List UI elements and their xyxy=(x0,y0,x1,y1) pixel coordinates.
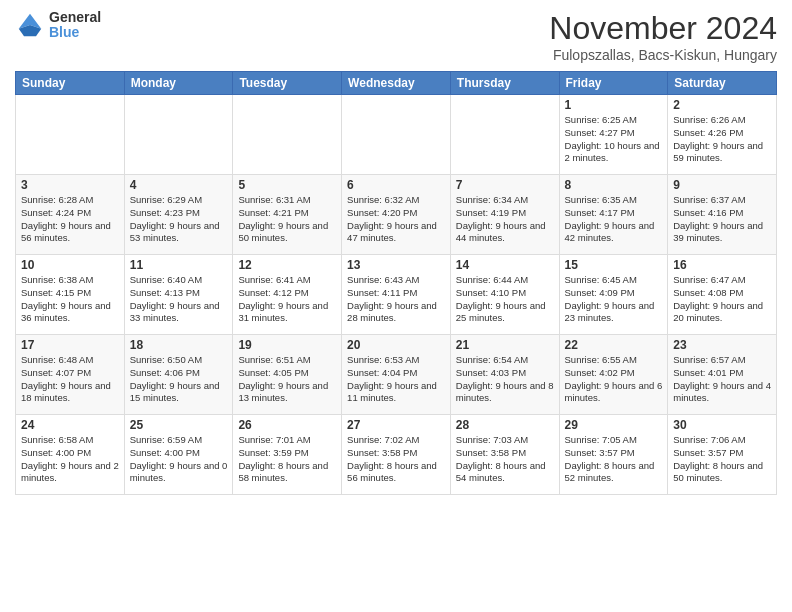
cell-4-3: 27Sunrise: 7:02 AM Sunset: 3:58 PM Dayli… xyxy=(342,415,451,495)
day-number-4-4: 28 xyxy=(456,418,554,432)
day-number-3-0: 17 xyxy=(21,338,119,352)
day-info-2-3: Sunrise: 6:43 AM Sunset: 4:11 PM Dayligh… xyxy=(347,274,445,325)
cell-2-0: 10Sunrise: 6:38 AM Sunset: 4:15 PM Dayli… xyxy=(16,255,125,335)
cell-3-6: 23Sunrise: 6:57 AM Sunset: 4:01 PM Dayli… xyxy=(668,335,777,415)
day-info-1-0: Sunrise: 6:28 AM Sunset: 4:24 PM Dayligh… xyxy=(21,194,119,245)
day-info-2-4: Sunrise: 6:44 AM Sunset: 4:10 PM Dayligh… xyxy=(456,274,554,325)
day-number-4-6: 30 xyxy=(673,418,771,432)
day-number-1-5: 8 xyxy=(565,178,663,192)
cell-1-4: 7Sunrise: 6:34 AM Sunset: 4:19 PM Daylig… xyxy=(450,175,559,255)
week-row-0: 1Sunrise: 6:25 AM Sunset: 4:27 PM Daylig… xyxy=(16,95,777,175)
day-number-2-5: 15 xyxy=(565,258,663,272)
day-info-3-1: Sunrise: 6:50 AM Sunset: 4:06 PM Dayligh… xyxy=(130,354,228,405)
day-info-2-5: Sunrise: 6:45 AM Sunset: 4:09 PM Dayligh… xyxy=(565,274,663,325)
week-row-2: 10Sunrise: 6:38 AM Sunset: 4:15 PM Dayli… xyxy=(16,255,777,335)
day-info-4-0: Sunrise: 6:58 AM Sunset: 4:00 PM Dayligh… xyxy=(21,434,119,485)
day-number-2-3: 13 xyxy=(347,258,445,272)
cell-0-4 xyxy=(450,95,559,175)
cell-4-2: 26Sunrise: 7:01 AM Sunset: 3:59 PM Dayli… xyxy=(233,415,342,495)
cell-1-2: 5Sunrise: 6:31 AM Sunset: 4:21 PM Daylig… xyxy=(233,175,342,255)
day-info-0-6: Sunrise: 6:26 AM Sunset: 4:26 PM Dayligh… xyxy=(673,114,771,165)
day-info-0-5: Sunrise: 6:25 AM Sunset: 4:27 PM Dayligh… xyxy=(565,114,663,165)
day-info-4-3: Sunrise: 7:02 AM Sunset: 3:58 PM Dayligh… xyxy=(347,434,445,485)
cell-4-5: 29Sunrise: 7:05 AM Sunset: 3:57 PM Dayli… xyxy=(559,415,668,495)
cell-1-3: 6Sunrise: 6:32 AM Sunset: 4:20 PM Daylig… xyxy=(342,175,451,255)
day-number-4-1: 25 xyxy=(130,418,228,432)
cell-1-1: 4Sunrise: 6:29 AM Sunset: 4:23 PM Daylig… xyxy=(124,175,233,255)
logo-text: General Blue xyxy=(49,10,101,41)
cell-3-2: 19Sunrise: 6:51 AM Sunset: 4:05 PM Dayli… xyxy=(233,335,342,415)
week-row-3: 17Sunrise: 6:48 AM Sunset: 4:07 PM Dayli… xyxy=(16,335,777,415)
cell-3-3: 20Sunrise: 6:53 AM Sunset: 4:04 PM Dayli… xyxy=(342,335,451,415)
day-number-2-2: 12 xyxy=(238,258,336,272)
day-number-4-5: 29 xyxy=(565,418,663,432)
cell-3-4: 21Sunrise: 6:54 AM Sunset: 4:03 PM Dayli… xyxy=(450,335,559,415)
day-info-4-6: Sunrise: 7:06 AM Sunset: 3:57 PM Dayligh… xyxy=(673,434,771,485)
day-number-3-6: 23 xyxy=(673,338,771,352)
day-number-0-5: 1 xyxy=(565,98,663,112)
day-number-3-2: 19 xyxy=(238,338,336,352)
cell-2-4: 14Sunrise: 6:44 AM Sunset: 4:10 PM Dayli… xyxy=(450,255,559,335)
cell-4-0: 24Sunrise: 6:58 AM Sunset: 4:00 PM Dayli… xyxy=(16,415,125,495)
cell-4-6: 30Sunrise: 7:06 AM Sunset: 3:57 PM Dayli… xyxy=(668,415,777,495)
cell-0-0 xyxy=(16,95,125,175)
month-title: November 2024 xyxy=(549,10,777,47)
day-number-1-4: 7 xyxy=(456,178,554,192)
cell-0-1 xyxy=(124,95,233,175)
day-number-3-3: 20 xyxy=(347,338,445,352)
week-row-4: 24Sunrise: 6:58 AM Sunset: 4:00 PM Dayli… xyxy=(16,415,777,495)
day-number-1-0: 3 xyxy=(21,178,119,192)
day-info-4-2: Sunrise: 7:01 AM Sunset: 3:59 PM Dayligh… xyxy=(238,434,336,485)
cell-0-6: 2Sunrise: 6:26 AM Sunset: 4:26 PM Daylig… xyxy=(668,95,777,175)
day-info-3-3: Sunrise: 6:53 AM Sunset: 4:04 PM Dayligh… xyxy=(347,354,445,405)
header-tuesday: Tuesday xyxy=(233,72,342,95)
day-number-1-6: 9 xyxy=(673,178,771,192)
week-row-1: 3Sunrise: 6:28 AM Sunset: 4:24 PM Daylig… xyxy=(16,175,777,255)
cell-1-0: 3Sunrise: 6:28 AM Sunset: 4:24 PM Daylig… xyxy=(16,175,125,255)
logo-blue: Blue xyxy=(49,25,101,40)
calendar-header-row: Sunday Monday Tuesday Wednesday Thursday… xyxy=(16,72,777,95)
day-number-2-1: 11 xyxy=(130,258,228,272)
day-info-1-5: Sunrise: 6:35 AM Sunset: 4:17 PM Dayligh… xyxy=(565,194,663,245)
day-number-2-4: 14 xyxy=(456,258,554,272)
day-number-4-3: 27 xyxy=(347,418,445,432)
day-info-2-1: Sunrise: 6:40 AM Sunset: 4:13 PM Dayligh… xyxy=(130,274,228,325)
day-number-3-1: 18 xyxy=(130,338,228,352)
day-number-2-6: 16 xyxy=(673,258,771,272)
header-sunday: Sunday xyxy=(16,72,125,95)
day-info-1-6: Sunrise: 6:37 AM Sunset: 4:16 PM Dayligh… xyxy=(673,194,771,245)
header-monday: Monday xyxy=(124,72,233,95)
calendar: Sunday Monday Tuesday Wednesday Thursday… xyxy=(15,71,777,495)
page: General Blue November 2024 Fulopszallas,… xyxy=(0,0,792,612)
cell-4-1: 25Sunrise: 6:59 AM Sunset: 4:00 PM Dayli… xyxy=(124,415,233,495)
day-info-4-5: Sunrise: 7:05 AM Sunset: 3:57 PM Dayligh… xyxy=(565,434,663,485)
day-number-3-5: 22 xyxy=(565,338,663,352)
day-number-1-2: 5 xyxy=(238,178,336,192)
day-info-3-2: Sunrise: 6:51 AM Sunset: 4:05 PM Dayligh… xyxy=(238,354,336,405)
day-info-3-4: Sunrise: 6:54 AM Sunset: 4:03 PM Dayligh… xyxy=(456,354,554,405)
day-info-3-5: Sunrise: 6:55 AM Sunset: 4:02 PM Dayligh… xyxy=(565,354,663,405)
cell-1-6: 9Sunrise: 6:37 AM Sunset: 4:16 PM Daylig… xyxy=(668,175,777,255)
cell-4-4: 28Sunrise: 7:03 AM Sunset: 3:58 PM Dayli… xyxy=(450,415,559,495)
day-number-4-0: 24 xyxy=(21,418,119,432)
day-info-3-6: Sunrise: 6:57 AM Sunset: 4:01 PM Dayligh… xyxy=(673,354,771,405)
day-info-3-0: Sunrise: 6:48 AM Sunset: 4:07 PM Dayligh… xyxy=(21,354,119,405)
cell-3-1: 18Sunrise: 6:50 AM Sunset: 4:06 PM Dayli… xyxy=(124,335,233,415)
day-info-1-3: Sunrise: 6:32 AM Sunset: 4:20 PM Dayligh… xyxy=(347,194,445,245)
cell-0-5: 1Sunrise: 6:25 AM Sunset: 4:27 PM Daylig… xyxy=(559,95,668,175)
cell-2-6: 16Sunrise: 6:47 AM Sunset: 4:08 PM Dayli… xyxy=(668,255,777,335)
header-wednesday: Wednesday xyxy=(342,72,451,95)
day-info-2-2: Sunrise: 6:41 AM Sunset: 4:12 PM Dayligh… xyxy=(238,274,336,325)
day-info-1-1: Sunrise: 6:29 AM Sunset: 4:23 PM Dayligh… xyxy=(130,194,228,245)
day-number-2-0: 10 xyxy=(21,258,119,272)
day-number-0-6: 2 xyxy=(673,98,771,112)
day-number-1-1: 4 xyxy=(130,178,228,192)
day-info-1-4: Sunrise: 6:34 AM Sunset: 4:19 PM Dayligh… xyxy=(456,194,554,245)
cell-1-5: 8Sunrise: 6:35 AM Sunset: 4:17 PM Daylig… xyxy=(559,175,668,255)
day-info-4-4: Sunrise: 7:03 AM Sunset: 3:58 PM Dayligh… xyxy=(456,434,554,485)
cell-3-0: 17Sunrise: 6:48 AM Sunset: 4:07 PM Dayli… xyxy=(16,335,125,415)
header-thursday: Thursday xyxy=(450,72,559,95)
title-section: November 2024 Fulopszallas, Bacs-Kiskun,… xyxy=(549,10,777,63)
day-number-3-4: 21 xyxy=(456,338,554,352)
cell-3-5: 22Sunrise: 6:55 AM Sunset: 4:02 PM Dayli… xyxy=(559,335,668,415)
